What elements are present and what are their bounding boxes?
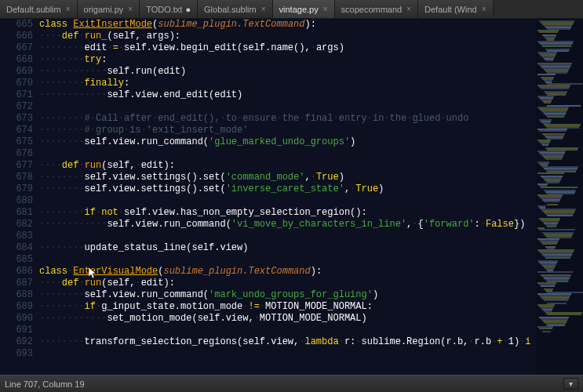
minimap-line (542, 331, 551, 332)
line-number: 685 (0, 254, 33, 266)
code-line[interactable]: ········edit·=·self.view.begin_edit(self… (39, 42, 536, 54)
line-number: 669 (0, 66, 33, 78)
line-number: 684 (0, 242, 33, 254)
close-icon[interactable]: × (66, 5, 71, 13)
line-number: 680 (0, 195, 33, 207)
line-number: 686 (0, 266, 33, 278)
tab-globalsublim[interactable]: Global.sublim× (198, 0, 272, 18)
tab-label: scopecommand (341, 5, 403, 14)
dirty-indicator-icon: ● (185, 5, 191, 14)
close-icon[interactable]: × (482, 5, 486, 13)
code-line[interactable]: ········#·group·is·'exit_insert_mode' (39, 125, 536, 136)
code-line[interactable] (39, 148, 536, 160)
code-line[interactable] (39, 195, 536, 207)
code-line[interactable] (39, 254, 536, 266)
minimap-line (547, 204, 558, 205)
line-number: 689 (0, 301, 33, 313)
close-icon[interactable]: × (128, 5, 133, 13)
minimap[interactable] (536, 19, 583, 375)
code-line[interactable]: ············self.view.run_command('vi_mo… (39, 219, 536, 230)
code-line[interactable] (39, 325, 536, 336)
code-line[interactable]: ········self.view.run_command('glue_mark… (39, 136, 536, 148)
code-line[interactable]: ····def·run_(self,·args): (39, 31, 536, 42)
editor-area: 6656666676686696706716726736746756766776… (0, 19, 583, 375)
tab-label: origami.py (84, 5, 124, 14)
close-icon[interactable]: × (323, 5, 328, 13)
tab-label: Global.sublim (204, 5, 257, 14)
line-number: 688 (0, 289, 33, 301)
code-line[interactable]: ········finally: (39, 78, 536, 89)
code-line[interactable]: ········if·g_input_state.motion_mode·!=·… (39, 301, 536, 313)
tab-bar: Default.sublim×origami.py×TODO.txt●Globa… (0, 0, 583, 19)
line-number: 682 (0, 219, 33, 230)
code-line[interactable]: ········self.view.settings().set('comman… (39, 172, 536, 183)
tab-vintagepy[interactable]: vintage.py× (273, 0, 335, 18)
minimap-line (547, 182, 559, 183)
code-line[interactable]: ············self.run(edit) (39, 66, 536, 78)
line-number: 677 (0, 160, 33, 172)
code-line[interactable]: class·EnterVisualMode(sublime_plugin.Tex… (39, 266, 536, 278)
status-menu-button[interactable]: ▾ (563, 378, 578, 390)
line-number: 672 (0, 101, 33, 113)
tab-scopecommand[interactable]: scopecommand× (335, 0, 419, 18)
status-bar: Line 707, Column 19 ▾ (0, 375, 583, 392)
line-number: 681 (0, 207, 33, 219)
line-number: 683 (0, 230, 33, 242)
code-line[interactable]: ········update_status_line(self.view) (39, 242, 536, 254)
tab-defaultsublim[interactable]: Default.sublim× (0, 0, 78, 18)
code-line[interactable]: ········self.view.settings().set('invers… (39, 183, 536, 195)
code-line[interactable] (39, 230, 536, 242)
tab-label: TODO.txt (146, 5, 182, 14)
line-number: 666 (0, 31, 33, 42)
code-line[interactable]: ········if·not·self.view.has_non_empty_s… (39, 207, 536, 219)
code-line[interactable]: ········transform_selection_regions(self… (39, 336, 536, 348)
line-number: 679 (0, 183, 33, 195)
tab-origamipy[interactable]: origami.py× (78, 0, 140, 18)
line-number: 676 (0, 148, 33, 160)
code-line[interactable] (39, 348, 536, 360)
line-number-gutter: 6656666676686696706716726736746756766776… (0, 19, 39, 375)
code-line[interactable]: ············self.view.end_edit(edit) (39, 89, 536, 101)
line-number: 674 (0, 125, 33, 136)
code-line[interactable]: ····def·run(self,·edit): (39, 160, 536, 172)
line-number: 675 (0, 136, 33, 148)
line-number: 693 (0, 348, 33, 360)
line-number: 691 (0, 325, 33, 336)
line-number: 670 (0, 78, 33, 89)
line-number: 667 (0, 42, 33, 54)
tab-label: Default (Wind (424, 5, 477, 14)
line-number: 692 (0, 336, 33, 348)
tab-defaultwind[interactable]: Default (Wind× (418, 0, 493, 18)
code-line[interactable]: ········try: (39, 54, 536, 66)
line-number: 665 (0, 19, 33, 31)
close-icon[interactable]: × (406, 5, 411, 13)
cursor-position: Line 707, Column 19 (5, 379, 85, 389)
line-number: 668 (0, 54, 33, 66)
code-line[interactable]: ········#·Call·after·end_edit(),·to·ensu… (39, 113, 536, 125)
code-line[interactable]: class ExitInsertMode(sublime_plugin.Text… (39, 19, 536, 31)
line-number: 678 (0, 172, 33, 183)
line-number: 673 (0, 113, 33, 125)
code-line[interactable]: ············set_motion_mode(self.view,·M… (39, 313, 536, 325)
code-line[interactable] (39, 101, 536, 113)
code-view[interactable]: class ExitInsertMode(sublime_plugin.Text… (39, 19, 536, 375)
line-number: 687 (0, 278, 33, 289)
line-number: 671 (0, 89, 33, 101)
tab-todotxt[interactable]: TODO.txt● (140, 0, 198, 18)
code-line[interactable]: ····def·run(self,·edit): (39, 278, 536, 289)
code-line[interactable]: ········self.view.run_command('mark_undo… (39, 289, 536, 301)
tab-label: Default.sublim (6, 5, 61, 14)
minimap-line (547, 226, 556, 227)
line-number: 690 (0, 313, 33, 325)
close-icon[interactable]: × (261, 5, 266, 13)
tab-label: vintage.py (279, 5, 319, 14)
